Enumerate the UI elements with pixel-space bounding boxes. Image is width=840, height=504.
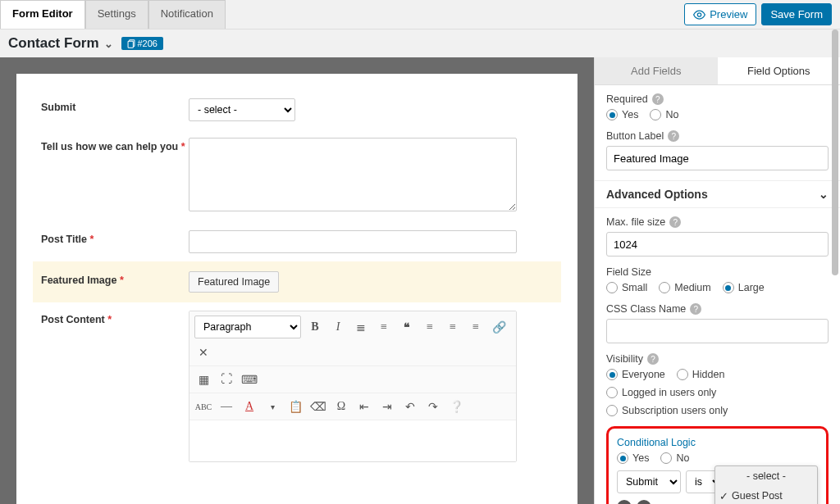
field-label: Tell us how we can help you * — [41, 138, 189, 152]
check-icon: ✓ — [719, 490, 728, 502]
text-color-chevron-icon[interactable]: ▾ — [263, 397, 281, 415]
button-label-input[interactable] — [606, 146, 829, 170]
cond-field-select[interactable]: Submit — [617, 470, 681, 493]
blockquote-icon[interactable]: ❝ — [398, 318, 416, 336]
copy-icon — [127, 39, 135, 48]
label-field-size: Field Size — [606, 266, 651, 278]
size-large[interactable]: Large — [723, 282, 765, 293]
scrollbar[interactable] — [832, 30, 838, 504]
css-class-input[interactable] — [606, 319, 829, 343]
rte-paragraph-select[interactable]: Paragraph — [194, 316, 301, 338]
help-textarea[interactable] — [189, 138, 517, 211]
post-title-input[interactable] — [189, 230, 517, 253]
label-max-file: Max. file size — [606, 216, 665, 228]
list-number-icon[interactable]: ≡ — [375, 318, 393, 336]
submit-select[interactable]: - select - — [189, 98, 295, 121]
bold-icon[interactable]: B — [306, 318, 324, 336]
svg-point-0 — [697, 12, 701, 16]
size-medium[interactable]: Medium — [659, 282, 710, 293]
tab-notification[interactable]: Notification — [148, 0, 226, 29]
chevron-down-icon: ⌄ — [819, 188, 829, 201]
help-icon[interactable]: ? — [668, 130, 679, 142]
side-panel: Add Fields Field Options Required? Yes N… — [594, 57, 840, 504]
field-label: Post Title * — [41, 230, 189, 245]
shortcode-text: #206 — [138, 39, 158, 48]
redo-icon[interactable]: ↷ — [424, 397, 442, 415]
add-rule-button[interactable]: + — [617, 500, 632, 504]
vis-logged-in[interactable]: Logged in users only — [606, 387, 716, 398]
cond-value-dropdown[interactable]: - select - ✓Guest Post Support Request — [714, 465, 818, 504]
required-yes[interactable]: Yes — [606, 109, 638, 120]
shortcode-badge[interactable]: #206 — [121, 37, 163, 50]
field-row-help[interactable]: Tell us how we can help you * — [41, 129, 553, 222]
field-row-submit[interactable]: Submit - select - — [41, 90, 553, 129]
align-left-icon[interactable]: ≡ — [421, 318, 439, 336]
featured-image-button[interactable]: Featured Image — [189, 271, 279, 293]
save-form-button[interactable]: Save Form — [761, 3, 832, 25]
help-icon[interactable]: ❔ — [447, 397, 465, 415]
list-bullet-icon[interactable]: ≣ — [352, 318, 370, 336]
vis-subscription[interactable]: Subscription users only — [606, 405, 829, 416]
remove-rule-button[interactable]: − — [637, 500, 651, 504]
top-tabs-bar: Form Editor Settings Notification Previe… — [0, 0, 840, 30]
cond-no[interactable]: No — [660, 452, 689, 464]
help-icon[interactable]: ? — [647, 353, 659, 365]
title-bar: Contact Form ⌄ #206 — [0, 30, 840, 57]
preview-button[interactable]: Preview — [684, 3, 756, 25]
help-icon[interactable]: ? — [669, 216, 681, 228]
label-button-label: Button Label — [606, 130, 664, 142]
field-label: Featured Image * — [41, 271, 189, 286]
label-conditional-logic: Conditional Logic — [617, 437, 696, 448]
align-right-icon[interactable]: ≡ — [467, 318, 485, 336]
strikethrough-icon[interactable]: ABC — [194, 397, 212, 415]
chevron-down-icon: ⌄ — [104, 38, 113, 50]
table-icon[interactable]: ▦ — [194, 370, 212, 388]
required-no[interactable]: No — [650, 109, 678, 120]
rte-body[interactable] — [189, 420, 516, 461]
unlink-icon[interactable]: ✕ — [194, 343, 212, 361]
dropdown-option-select[interactable]: - select - — [715, 466, 817, 486]
link-icon[interactable]: 🔗 — [490, 318, 508, 336]
paste-icon[interactable]: 📋 — [286, 397, 304, 415]
hr-icon[interactable]: — — [217, 397, 235, 415]
side-tab-field-options[interactable]: Field Options — [718, 57, 841, 84]
vis-everyone[interactable]: Everyone — [606, 369, 665, 380]
form-title[interactable]: Contact Form ⌄ — [8, 35, 113, 52]
field-row-post-content[interactable]: Post Content * Paragraph B I ≣ ≡ ❝ ≡ — [41, 302, 553, 470]
field-label: Post Content * — [41, 311, 189, 325]
label-visibility: Visibility — [606, 353, 643, 365]
svg-rect-2 — [128, 41, 133, 48]
form-canvas[interactable]: Submit - select - Tell us how we can hel… — [0, 57, 594, 504]
conditional-logic-box: Conditional Logic Yes No Submit is - sel… — [606, 426, 829, 504]
size-small[interactable]: Small — [606, 282, 647, 293]
indent-icon[interactable]: ⇥ — [378, 397, 396, 415]
italic-icon[interactable]: I — [329, 318, 347, 336]
rich-text-editor[interactable]: Paragraph B I ≣ ≡ ❝ ≡ ≡ ≡ 🔗 ✕ — [189, 311, 517, 462]
special-char-icon[interactable]: Ω — [332, 397, 350, 415]
help-icon[interactable]: ? — [690, 303, 701, 315]
side-tab-add-fields[interactable]: Add Fields — [595, 57, 718, 84]
keyboard-icon[interactable]: ⌨ — [240, 370, 258, 388]
field-row-post-title[interactable]: Post Title * — [41, 222, 553, 261]
undo-icon[interactable]: ↶ — [401, 397, 419, 415]
form-title-text: Contact Form — [8, 35, 99, 52]
advanced-options-toggle[interactable]: Advanced Options ⌄ — [595, 180, 840, 208]
field-row-featured-image[interactable]: Featured Image * Featured Image — [33, 261, 561, 302]
fullscreen-icon[interactable]: ⛶ — [217, 370, 235, 388]
align-center-icon[interactable]: ≡ — [444, 318, 462, 336]
tab-form-editor[interactable]: Form Editor — [0, 0, 85, 29]
preview-label: Preview — [710, 8, 747, 20]
vis-hidden[interactable]: Hidden — [677, 369, 725, 380]
tab-settings[interactable]: Settings — [85, 0, 148, 29]
outdent-icon[interactable]: ⇤ — [355, 397, 373, 415]
dropdown-option-guest-post[interactable]: ✓Guest Post — [715, 486, 817, 504]
max-file-input[interactable] — [606, 232, 829, 257]
label-css-class: CSS Class Name — [606, 303, 686, 315]
text-color-icon[interactable]: A — [240, 397, 258, 415]
clear-format-icon[interactable]: ⌫ — [309, 397, 327, 415]
help-icon[interactable]: ? — [652, 93, 664, 105]
eye-icon — [693, 10, 705, 20]
field-label: Submit — [41, 98, 189, 113]
cond-yes[interactable]: Yes — [617, 452, 649, 464]
scrollbar-thumb[interactable] — [832, 30, 838, 275]
